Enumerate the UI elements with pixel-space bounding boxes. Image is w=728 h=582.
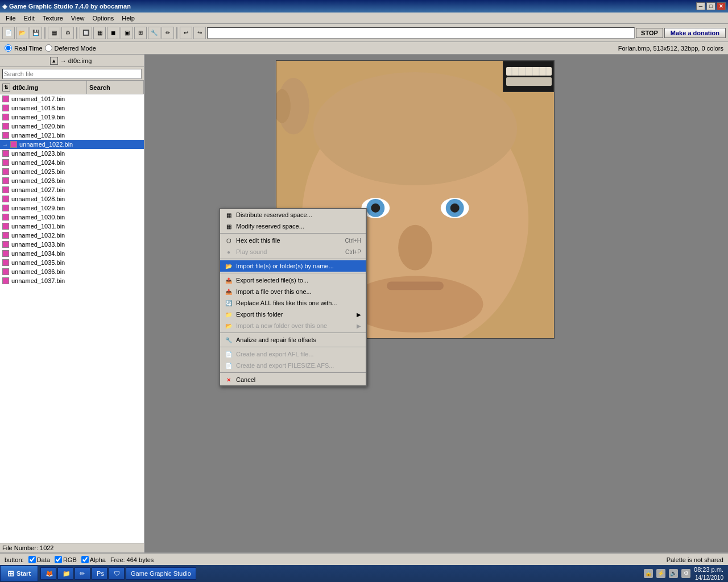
data-checkbox[interactable] (28, 556, 36, 563)
toolbar-btn6[interactable]: ◼ (107, 27, 119, 39)
list-item[interactable]: unnamed_1035.bin (0, 258, 144, 267)
list-item-selected[interactable]: → unnamed_1022.bin (0, 140, 144, 149)
ctx-distribute[interactable]: ▦ Distribute reserved space... (220, 209, 366, 221)
toolbar-btn7[interactable]: ▣ (121, 27, 133, 39)
toolbar-url-input[interactable] (207, 27, 635, 39)
toolbar-btn11[interactable]: ↩ (180, 27, 192, 39)
list-item[interactable]: unnamed_1019.bin (0, 113, 144, 122)
toolbar-new[interactable]: 📄 (2, 27, 15, 39)
file-icon (2, 150, 9, 157)
toolbar-btn3[interactable]: ⚙ (61, 27, 74, 39)
menu-file[interactable]: File (2, 14, 19, 23)
toolbar-btn4[interactable]: 🔲 (80, 27, 92, 39)
taskbar-photoshop[interactable]: Ps (92, 567, 107, 580)
toolbar-btn9[interactable]: 🔧 (148, 27, 160, 39)
ctx-sep1 (220, 233, 366, 234)
maximize-button[interactable]: □ (706, 2, 715, 10)
rgb-label: RGB (63, 556, 77, 563)
menu-texture[interactable]: Texture (39, 14, 67, 23)
list-item[interactable]: unnamed_1027.bin (0, 185, 144, 194)
start-button[interactable]: ⊞ Start (0, 566, 38, 581)
svg-point-12 (347, 276, 483, 332)
taskbar-right: 🔒 ⚡ 🔊 ⚙ 08:23 p.m. 14/12/2010 (639, 566, 728, 581)
ctx-modify[interactable]: ▦ Modify reserved space... (220, 221, 366, 232)
ctx-export-selected[interactable]: 📤 Export selected file(s) to... (220, 275, 366, 286)
menubar: File Edit Texture View Options Help (0, 13, 728, 24)
svg-rect-14 (503, 61, 554, 92)
toolbar-btn12[interactable]: ↪ (193, 27, 206, 39)
toolbar-btn8[interactable]: ⊞ (134, 27, 147, 39)
toolbar-save[interactable]: 💾 (30, 27, 42, 39)
import-over-icon: 📥 (225, 288, 233, 296)
list-item[interactable]: unnamed_1037.bin (0, 276, 144, 285)
alpha-checkbox[interactable] (81, 556, 89, 563)
menu-view[interactable]: View (68, 14, 88, 23)
list-item[interactable]: unnamed_1030.bin (0, 213, 144, 222)
taskbar-icon3[interactable]: ✏ (75, 567, 90, 580)
file-list[interactable]: unnamed_1017.bin unnamed_1018.bin unname… (0, 94, 144, 543)
bottom-controls: button: Data RGB Alpha Free: 464 bytes P… (0, 554, 728, 566)
taskbar-main-app[interactable]: Game Graphic Studio (126, 567, 196, 580)
titlebar: ◈ Game Graphic Studio 7.4.0 by obocaman … (0, 0, 728, 13)
col-nav-arrow[interactable]: ⇅ (2, 84, 10, 92)
sys-icon-power: ⚙ (681, 569, 690, 578)
toolbar-btn10[interactable]: ✏ (162, 27, 174, 39)
list-item[interactable]: unnamed_1032.bin (0, 231, 144, 240)
context-menu: ▦ Distribute reserved space... ▦ Modify … (219, 208, 367, 386)
menu-edit[interactable]: Edit (20, 14, 38, 23)
deferred-radio[interactable] (45, 44, 52, 52)
list-item[interactable]: unnamed_1026.bin (0, 176, 144, 185)
list-item[interactable]: unnamed_1023.bin (0, 149, 144, 158)
menu-help[interactable]: Help (118, 14, 138, 23)
list-item[interactable]: unnamed_1033.bin (0, 240, 144, 249)
app-icon: ◈ (2, 3, 7, 10)
ctx-import-by-name[interactable]: 📂 Import file(s) or folder(s) by name... (220, 260, 366, 272)
stop-button[interactable]: STOP (636, 28, 663, 38)
list-item[interactable]: unnamed_1018.bin (0, 103, 144, 113)
list-item[interactable]: unnamed_1029.bin (0, 203, 144, 213)
taskbar-folder[interactable]: 📁 (57, 567, 73, 580)
list-item[interactable]: unnamed_1024.bin (0, 158, 144, 167)
cancel-icon: ✕ (225, 376, 233, 384)
menu-options[interactable]: Options (89, 14, 117, 23)
ctx-export-folder[interactable]: 📁 Export this folder ▶ (220, 309, 366, 320)
svg-point-10 (398, 225, 432, 271)
donate-button[interactable]: Make a donation (664, 28, 726, 38)
list-item[interactable]: unnamed_1025.bin (0, 167, 144, 176)
ctx-replace-all[interactable]: 🔄 Replace ALL files like this one with..… (220, 297, 366, 309)
list-item[interactable]: unnamed_1031.bin (0, 222, 144, 231)
taskbar-antivirus[interactable]: 🛡 (109, 567, 125, 580)
titlebar-controls: ─ □ ✕ (696, 2, 726, 10)
taskbar-firefox[interactable]: 🦊 (40, 567, 56, 580)
list-item[interactable]: unnamed_1036.bin (0, 267, 144, 276)
ctx-import-over[interactable]: 📥 Import a file over this one... (220, 286, 366, 297)
minimize-button[interactable]: ─ (696, 2, 705, 10)
analyze-icon: 🔧 (225, 336, 233, 344)
close-button[interactable]: ✕ (717, 2, 726, 10)
search-input[interactable] (2, 69, 142, 79)
list-item[interactable]: unnamed_1017.bin (0, 94, 144, 103)
list-item[interactable]: unnamed_1020.bin (0, 122, 144, 131)
toolbar-open[interactable]: 📂 (16, 27, 28, 39)
list-item[interactable]: unnamed_1028.bin (0, 194, 144, 203)
file-list-header: ⇅ dt0c.img Search (0, 81, 144, 94)
list-item[interactable]: unnamed_1021.bin (0, 131, 144, 140)
ctx-hex-edit[interactable]: ⬡ Hex edit this file Ctrl+H (220, 235, 366, 246)
file-icon (2, 277, 9, 284)
sys-icon-sound: 🔊 (669, 569, 678, 578)
ctx-cancel[interactable]: ✕ Cancel (220, 374, 366, 385)
toolbar-btn2[interactable]: ▦ (48, 27, 60, 39)
import-folder-icon: 📂 (225, 322, 233, 330)
nav-up-button[interactable]: ▲ (50, 57, 58, 65)
file-icon (2, 196, 9, 202)
search-bar (0, 67, 144, 81)
alpha-label: Alpha (90, 556, 106, 563)
rgb-checkbox[interactable] (55, 556, 62, 563)
ctx-analyze[interactable]: 🔧 Analize and repair file offsets (220, 334, 366, 346)
realtime-radio[interactable] (5, 44, 12, 52)
canvas-area[interactable]: ▦ Distribute reserved space... ▦ Modify … (145, 55, 728, 552)
toolbar-btn5[interactable]: ▦ (93, 27, 106, 39)
export-folder-icon: 📁 (225, 310, 233, 318)
list-item[interactable]: unnamed_1034.bin (0, 249, 144, 258)
data-label: Data (37, 556, 50, 563)
